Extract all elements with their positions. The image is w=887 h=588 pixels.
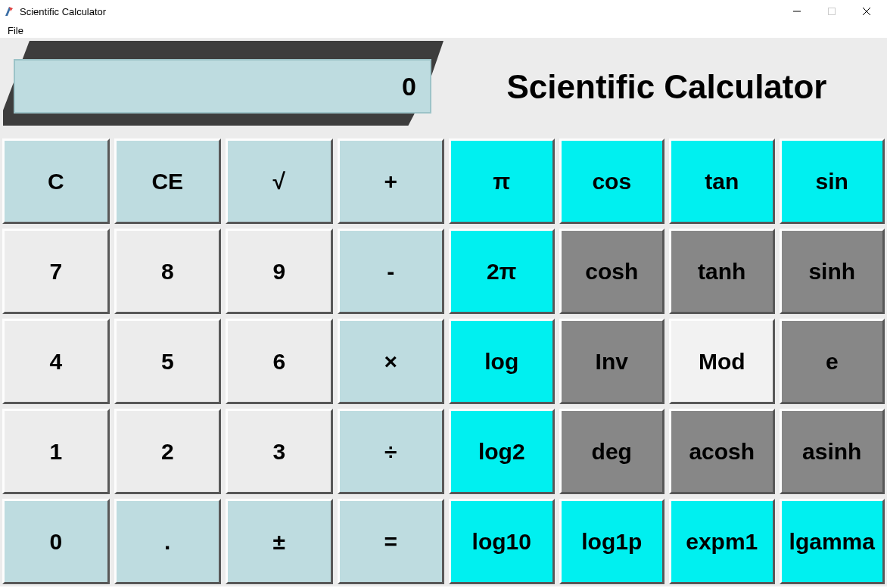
menubar: File (0, 23, 887, 38)
digit-0-button[interactable]: 0 (2, 499, 110, 584)
button-grid: C CE √ + π cos tan sin 7 8 9 - 2π cosh t… (0, 136, 887, 586)
log-button[interactable]: log (449, 319, 555, 404)
tan-button[interactable]: tan (669, 138, 775, 224)
digit-4-button[interactable]: 4 (2, 319, 110, 404)
subtract-button[interactable]: - (338, 229, 445, 314)
expm1-button[interactable]: expm1 (669, 499, 775, 584)
clear-button[interactable]: C (2, 138, 110, 224)
display-output: 0 (14, 59, 431, 114)
cosh-button[interactable]: cosh (559, 229, 665, 314)
digit-7-button[interactable]: 7 (2, 229, 110, 314)
menu-file[interactable]: File (5, 25, 26, 36)
display-panel: 0 (0, 38, 447, 136)
app-feather-icon (3, 5, 15, 17)
digit-6-button[interactable]: 6 (226, 319, 333, 404)
digit-2-button[interactable]: 2 (114, 409, 222, 494)
calculator-app: 0 Scientific Calculator C CE √ + π cos t… (0, 38, 887, 586)
inv-button[interactable]: Inv (559, 319, 665, 404)
lgamma-button[interactable]: lgamma (780, 499, 885, 584)
asinh-button[interactable]: asinh (780, 409, 885, 494)
log2-button[interactable]: log2 (449, 409, 555, 494)
sqrt-button[interactable]: √ (226, 138, 333, 224)
window-title: Scientific Calculator (20, 6, 106, 17)
acosh-button[interactable]: acosh (669, 409, 775, 494)
cos-button[interactable]: cos (559, 138, 665, 224)
svg-rect-1 (829, 8, 836, 15)
mod-button[interactable]: Mod (669, 319, 775, 404)
equals-button[interactable]: = (338, 499, 445, 584)
multiply-button[interactable]: × (338, 319, 445, 404)
digit-5-button[interactable]: 5 (114, 319, 222, 404)
sinh-button[interactable]: sinh (780, 229, 885, 314)
digit-3-button[interactable]: 3 (226, 409, 333, 494)
sin-button[interactable]: sin (780, 138, 885, 224)
page-title: Scientific Calculator (447, 38, 887, 136)
log1p-button[interactable]: log1p (559, 499, 665, 584)
window-controls (780, 0, 884, 23)
two-pi-button[interactable]: 2π (449, 229, 555, 314)
digit-9-button[interactable]: 9 (226, 229, 333, 314)
maximize-button[interactable] (814, 0, 849, 23)
minimize-button[interactable] (780, 0, 814, 23)
digit-8-button[interactable]: 8 (114, 229, 222, 314)
e-button[interactable]: e (780, 319, 885, 404)
clear-entry-button[interactable]: CE (114, 138, 222, 224)
deg-button[interactable]: deg (559, 409, 665, 494)
window-titlebar: Scientific Calculator (0, 0, 887, 23)
add-button[interactable]: + (338, 138, 445, 224)
decimal-button[interactable]: . (114, 499, 222, 584)
divide-button[interactable]: ÷ (338, 409, 445, 494)
pi-button[interactable]: π (449, 138, 555, 224)
log10-button[interactable]: log10 (449, 499, 555, 584)
tanh-button[interactable]: tanh (669, 229, 775, 314)
digit-1-button[interactable]: 1 (2, 409, 110, 494)
negate-button[interactable]: ± (226, 499, 333, 584)
close-button[interactable] (849, 0, 884, 23)
